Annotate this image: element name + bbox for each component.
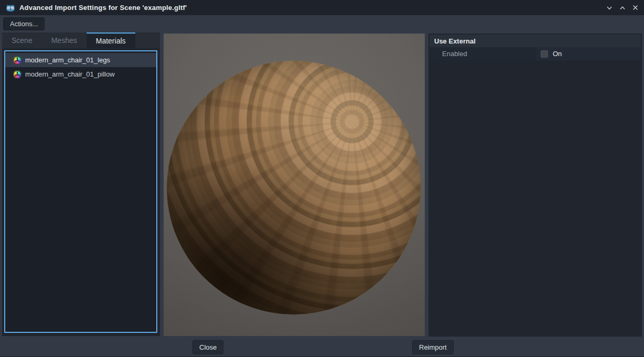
materials-tab-panel: modern_arm_chair_01_legs modern_arm_chai… <box>2 48 160 336</box>
enabled-property-value: On <box>536 47 641 60</box>
material-preview-sphere <box>167 61 421 315</box>
material-sphere-icon <box>13 70 22 79</box>
close-x-icon <box>632 5 638 10</box>
menubar: Actions... <box>0 15 644 33</box>
window-close-button[interactable] <box>629 0 642 15</box>
godot-logo-icon <box>5 3 16 13</box>
advanced-import-settings-window: Advanced Import Settings for Scene 'exam… <box>0 0 644 357</box>
tab-materials[interactable]: Materials <box>87 33 135 48</box>
material-item-label: modern_arm_chair_01_legs <box>25 56 110 64</box>
enabled-checkbox-label: On <box>553 50 562 58</box>
enabled-checkbox[interactable] <box>541 50 548 58</box>
tab-scene[interactable]: Scene <box>2 33 42 48</box>
materials-list[interactable]: modern_arm_chair_01_legs modern_arm_chai… <box>4 50 157 333</box>
close-button[interactable]: Close <box>192 340 223 354</box>
material-item[interactable]: modern_arm_chair_01_pillow <box>5 67 156 81</box>
material-preview-viewport[interactable] <box>164 34 425 336</box>
inspector-panel: Use External Enabled On <box>428 34 642 337</box>
titlebar[interactable]: Advanced Import Settings for Scene 'exam… <box>0 0 644 15</box>
chevron-down-icon <box>606 5 613 11</box>
window-controls <box>603 0 642 15</box>
minimize-button[interactable] <box>603 0 616 15</box>
tab-bar: Scene Meshes Materials <box>2 33 160 48</box>
material-item[interactable]: modern_arm_chair_01_legs <box>5 53 156 67</box>
material-sphere-icon <box>13 56 22 64</box>
tab-meshes[interactable]: Meshes <box>42 33 87 48</box>
material-item-label: modern_arm_chair_01_pillow <box>25 70 115 78</box>
actions-button[interactable]: Actions... <box>3 17 45 30</box>
reimport-button[interactable]: Reimport <box>412 340 454 354</box>
enabled-property-row: Enabled On <box>430 47 641 60</box>
maximize-button[interactable] <box>616 0 629 15</box>
window-title: Advanced Import Settings for Scene 'exam… <box>19 4 187 12</box>
enabled-property-label: Enabled <box>430 50 536 58</box>
chevron-up-icon <box>619 5 626 11</box>
use-external-section-header: Use External <box>430 35 641 47</box>
